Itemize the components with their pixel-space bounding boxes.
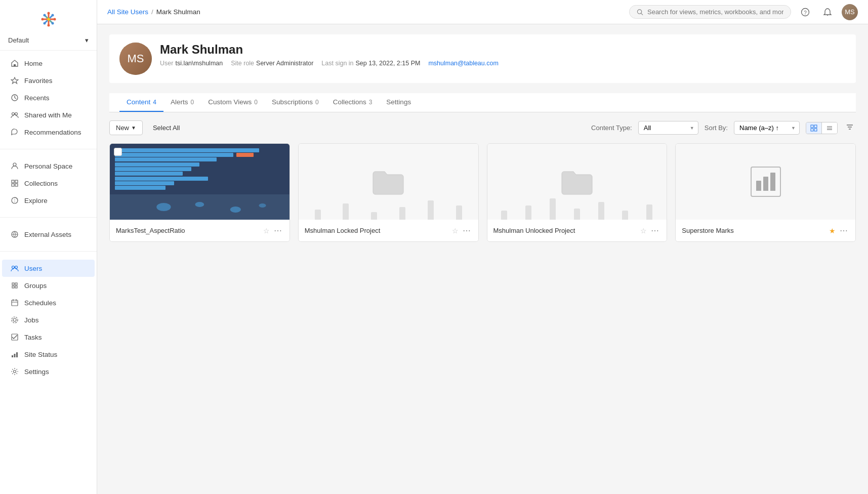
profile-email[interactable]: mshulman@tableau.com <box>428 60 498 67</box>
svg-rect-54 <box>811 129 813 131</box>
tab-custom-views[interactable]: Custom Views 0 <box>201 93 265 112</box>
sidebar-divider-2 <box>0 217 97 218</box>
profile-name: Mark Shulman <box>160 43 499 57</box>
tab-settings-label: Settings <box>386 98 411 106</box>
tab-subscriptions-count: 0 <box>315 99 319 106</box>
card-footer-mshulman-locked: Mshulman Locked Project ☆ ⋯ <box>299 220 478 241</box>
sidebar-item-shared[interactable]: Shared with Me <box>2 106 95 124</box>
sidebar-env-arrow: ▾ <box>85 36 89 44</box>
sidebar-item-settings[interactable]: Settings <box>2 363 95 380</box>
card-star-marks-test[interactable]: ☆ <box>262 226 271 236</box>
sidebar-env-selector[interactable]: Default ▾ <box>0 34 97 51</box>
sidebar-logo <box>0 0 97 34</box>
svg-rect-36 <box>12 300 18 306</box>
notifications-button[interactable] <box>819 4 836 20</box>
filter-button[interactable] <box>844 121 856 135</box>
sort-select[interactable]: Name (a–z) ↑ Name (z–a) Owner Date Modif… <box>734 121 800 135</box>
tab-alerts[interactable]: Alerts 0 <box>163 93 201 112</box>
new-button[interactable]: New ▼ <box>109 120 143 135</box>
tasks-icon <box>10 333 19 342</box>
profile-meta: User tsi.lan\mshulman Site role Server A… <box>160 60 499 67</box>
recommendation-icon <box>10 128 19 137</box>
svg-rect-52 <box>811 125 813 128</box>
explore-icon <box>10 196 19 205</box>
svg-rect-14 <box>14 64 16 66</box>
card-footer-mshulman-unlocked: Mshulman Unlocked Project ☆ ⋯ <box>487 220 667 241</box>
sidebar-manage-section: Users Groups Schedules Jobs Tasks <box>0 256 97 384</box>
profile-username: tsi.lan\mshulman <box>175 60 223 67</box>
user-avatar[interactable]: MS <box>842 4 858 20</box>
help-icon: ? <box>801 8 810 17</box>
card-superstore-marks[interactable]: Superstore Marks ★ ⋯ <box>675 143 856 242</box>
folder-thumb-locked <box>299 144 478 220</box>
user-label: User <box>160 60 173 67</box>
card-more-mshulman-unlocked[interactable]: ⋯ <box>650 225 660 236</box>
svg-rect-24 <box>12 184 14 186</box>
sidebar: Default ▾ Home Favorites Recents Share <box>0 0 97 494</box>
sidebar-item-recents[interactable]: Recents <box>2 89 95 106</box>
breadcrumb: All Site Users / Mark Shulman <box>107 8 200 16</box>
card-star-superstore[interactable]: ★ <box>828 226 837 236</box>
card-more-superstore[interactable]: ⋯ <box>839 225 849 236</box>
svg-point-65 <box>230 207 241 213</box>
card-mshulman-locked[interactable]: Mshulman Locked Project ☆ ⋯ <box>298 143 479 242</box>
sidebar-item-favorites[interactable]: Favorites <box>2 72 95 89</box>
sidebar-item-collections[interactable]: Collections <box>2 175 95 192</box>
svg-point-13 <box>47 18 50 21</box>
sidebar-item-recommendations[interactable]: Recommendations <box>2 124 95 141</box>
content-area: MS Mark Shulman User tsi.lan\mshulman Si… <box>97 24 868 494</box>
card-more-mshulman-locked[interactable]: ⋯ <box>462 225 472 236</box>
search-bar[interactable] <box>629 5 791 19</box>
list-view-button[interactable] <box>822 122 837 134</box>
card-more-marks-test[interactable]: ⋯ <box>273 225 283 236</box>
mini-chart-marks-test <box>110 144 290 220</box>
sidebar-item-recommendations-label: Recommendations <box>24 129 81 136</box>
sidebar-item-users[interactable]: Users <box>2 260 95 277</box>
sidebar-item-tasks-label: Tasks <box>24 334 42 341</box>
sidebar-item-site-status[interactable]: Site Status <box>2 346 95 363</box>
sidebar-item-home-label: Home <box>24 60 43 67</box>
sidebar-item-home[interactable]: Home <box>2 55 95 72</box>
card-checkbox[interactable] <box>114 148 122 156</box>
sidebar-item-groups[interactable]: Groups <box>2 277 95 294</box>
folder-bg-bars <box>299 189 478 220</box>
mini-chart-map <box>110 194 290 220</box>
grid-view-button[interactable] <box>806 122 822 134</box>
main-content: All Site Users / Mark Shulman ? MS MS <box>97 0 868 494</box>
tab-content[interactable]: Content 4 <box>119 93 163 112</box>
card-star-mshulman-unlocked[interactable]: ☆ <box>639 226 648 236</box>
card-marks-test[interactable]: MarksTest_AspectRatio ☆ ⋯ <box>109 143 290 242</box>
tab-subscriptions-label: Subscriptions <box>272 98 313 106</box>
sidebar-item-external-assets[interactable]: External Assets <box>2 226 95 243</box>
svg-marker-15 <box>11 77 18 84</box>
card-star-mshulman-locked[interactable]: ☆ <box>451 226 460 236</box>
svg-line-18 <box>15 98 16 99</box>
tab-subscriptions[interactable]: Subscriptions 0 <box>265 93 326 112</box>
svg-point-12 <box>43 22 46 25</box>
profile-last-signin: Sep 13, 2022, 2:15 PM <box>356 60 421 67</box>
breadcrumb-link-all-site-users[interactable]: All Site Users <box>107 8 148 16</box>
sidebar-item-jobs[interactable]: Jobs <box>2 311 95 328</box>
help-button[interactable]: ? <box>797 4 813 20</box>
bell-icon <box>823 8 832 17</box>
sidebar-item-explore[interactable]: Explore <box>2 192 95 209</box>
search-input[interactable] <box>647 8 783 16</box>
card-footer-marks-test: MarksTest_AspectRatio ☆ ⋯ <box>110 220 290 241</box>
content-type-select[interactable]: All Workbooks Views Data Sources Flows <box>638 121 698 135</box>
tab-collections[interactable]: Collections 3 <box>326 93 380 112</box>
personal-space-icon <box>10 161 19 171</box>
svg-rect-23 <box>15 180 18 183</box>
sidebar-item-personal-space[interactable]: Personal Space <box>2 157 95 175</box>
sidebar-item-schedules[interactable]: Schedules <box>2 294 95 311</box>
select-all-button[interactable]: Select All <box>149 122 184 134</box>
svg-rect-25 <box>15 184 18 186</box>
svg-point-63 <box>156 203 171 211</box>
tab-custom-views-label: Custom Views <box>208 98 252 106</box>
svg-point-40 <box>13 318 16 321</box>
tab-settings[interactable]: Settings <box>379 93 418 112</box>
sidebar-item-tasks[interactable]: Tasks <box>2 328 95 346</box>
sidebar-item-groups-label: Groups <box>24 282 47 290</box>
card-mshulman-unlocked[interactable]: Mshulman Unlocked Project ☆ ⋯ <box>487 143 668 242</box>
sidebar-item-shared-label: Shared with Me <box>24 111 72 119</box>
sidebar-divider-1 <box>0 149 97 149</box>
